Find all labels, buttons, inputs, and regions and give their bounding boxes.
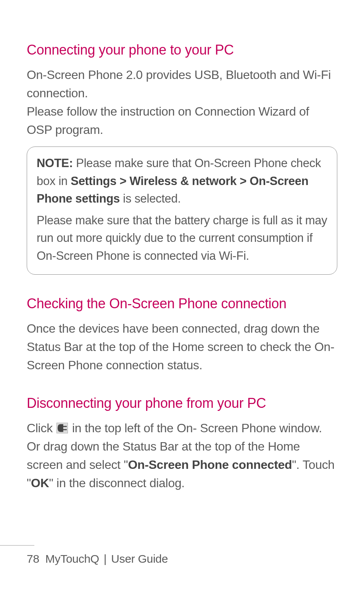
section-heading-checking: Checking the On-Screen Phone connection [27, 296, 337, 312]
footer-divider [0, 545, 34, 546]
doc-title: User Guide [111, 552, 168, 565]
body-text: Please follow the instruction on Connect… [27, 102, 337, 139]
note-paragraph: Please make sure that the battery charge… [37, 212, 327, 265]
disconnect-plug-icon [56, 423, 68, 433]
page-number: 78 [27, 552, 39, 565]
product-name: MyTouchQ [45, 552, 99, 565]
note-paragraph: NOTE: Please make sure that On-Screen Ph… [37, 155, 327, 208]
section-heading-disconnecting: Disconnecting your phone from your PC [27, 395, 337, 411]
footer-text: 78 MyTouchQ|User Guide [0, 552, 364, 565]
note-text: is selected. [120, 192, 181, 205]
note-label: NOTE: [37, 156, 73, 170]
note-box: NOTE: Please make sure that On-Screen Ph… [27, 146, 337, 275]
section-heading-connecting: Connecting your phone to your PC [27, 42, 337, 58]
body-text: On-Screen Phone 2.0 provides USB, Blueto… [27, 66, 337, 102]
bold-text: On-Screen Phone connected [128, 458, 292, 472]
page-footer: 78 MyTouchQ|User Guide [0, 545, 364, 565]
bold-text: OK [31, 476, 49, 490]
footer-separator: | [104, 552, 107, 565]
body-text-span: Click [27, 421, 56, 435]
body-text: Once the devices have been connected, dr… [27, 319, 337, 374]
body-text-span: " in the disconnect dialog. [49, 476, 185, 490]
body-text: Click in the top left of the On- Screen … [27, 419, 337, 492]
